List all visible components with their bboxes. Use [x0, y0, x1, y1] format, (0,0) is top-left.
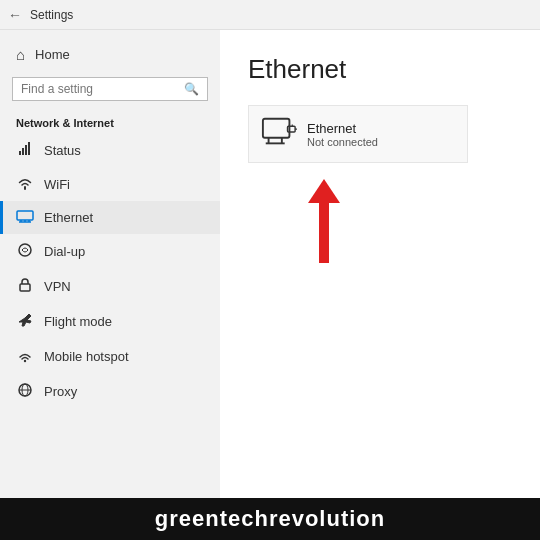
vpn-label: VPN [44, 279, 71, 294]
sidebar-item-flightmode[interactable]: Flight mode [0, 304, 220, 339]
proxy-icon [16, 382, 34, 401]
ethernet-card-icon [261, 116, 297, 152]
title-bar-label: Settings [30, 8, 73, 22]
page-title: Ethernet [248, 54, 512, 85]
watermark: greentechrevolution [0, 498, 540, 540]
dialup-label: Dial-up [44, 244, 85, 259]
proxy-label: Proxy [44, 384, 77, 399]
content-area: Ethernet Ethernet Not connected [220, 30, 540, 498]
svg-rect-10 [20, 284, 30, 291]
sidebar-item-vpn[interactable]: VPN [0, 269, 220, 304]
flightmode-label: Flight mode [44, 314, 112, 329]
search-input[interactable] [21, 82, 184, 96]
status-label: Status [44, 143, 81, 158]
svg-rect-3 [28, 142, 30, 155]
svg-rect-4 [17, 211, 33, 220]
sidebar-home-label: Home [35, 47, 70, 62]
home-icon: ⌂ [16, 46, 25, 63]
red-arrow [308, 179, 340, 263]
svg-rect-0 [19, 151, 21, 155]
flightmode-icon [16, 312, 34, 331]
svg-rect-1 [22, 148, 24, 155]
sidebar-item-home[interactable]: ⌂ Home [0, 38, 220, 71]
sidebar-item-proxy[interactable]: Proxy [0, 374, 220, 409]
main-layout: ⌂ Home 🔍 Network & Internet Status [0, 30, 540, 498]
ethernet-card[interactable]: Ethernet Not connected [248, 105, 468, 163]
search-box: 🔍 [12, 77, 208, 101]
ethernet-card-info: Ethernet Not connected [307, 121, 378, 148]
svg-point-9 [19, 244, 31, 256]
back-button[interactable]: ← [8, 7, 22, 23]
status-icon [16, 141, 34, 160]
sidebar-item-mobilehotspot[interactable]: Mobile hotspot [0, 339, 220, 374]
mobilehotspot-label: Mobile hotspot [44, 349, 129, 364]
vpn-icon [16, 277, 34, 296]
watermark-text: greentechrevolution [155, 506, 385, 531]
sidebar-item-status[interactable]: Status [0, 133, 220, 168]
sidebar: ⌂ Home 🔍 Network & Internet Status [0, 30, 220, 498]
svg-rect-15 [263, 119, 290, 138]
wifi-label: WiFi [44, 177, 70, 192]
svg-point-11 [24, 360, 26, 362]
svg-rect-2 [25, 145, 27, 155]
sidebar-section-title: Network & Internet [0, 107, 220, 133]
ethernet-sidebar-label: Ethernet [44, 210, 93, 225]
sidebar-item-ethernet[interactable]: Ethernet [0, 201, 220, 234]
arrow-head [308, 179, 340, 203]
wifi-icon [16, 176, 34, 193]
sidebar-item-dialup[interactable]: Dial-up [0, 234, 220, 269]
title-bar: ← Settings [0, 0, 540, 30]
ethernet-sidebar-icon [16, 209, 34, 226]
sidebar-item-wifi[interactable]: WiFi [0, 168, 220, 201]
annotation-arrow [308, 179, 512, 263]
dialup-icon [16, 242, 34, 261]
ethernet-card-name: Ethernet [307, 121, 378, 136]
mobilehotspot-icon [16, 347, 34, 366]
ethernet-card-status: Not connected [307, 136, 378, 148]
arrow-shaft [319, 203, 329, 263]
search-icon: 🔍 [184, 82, 199, 96]
